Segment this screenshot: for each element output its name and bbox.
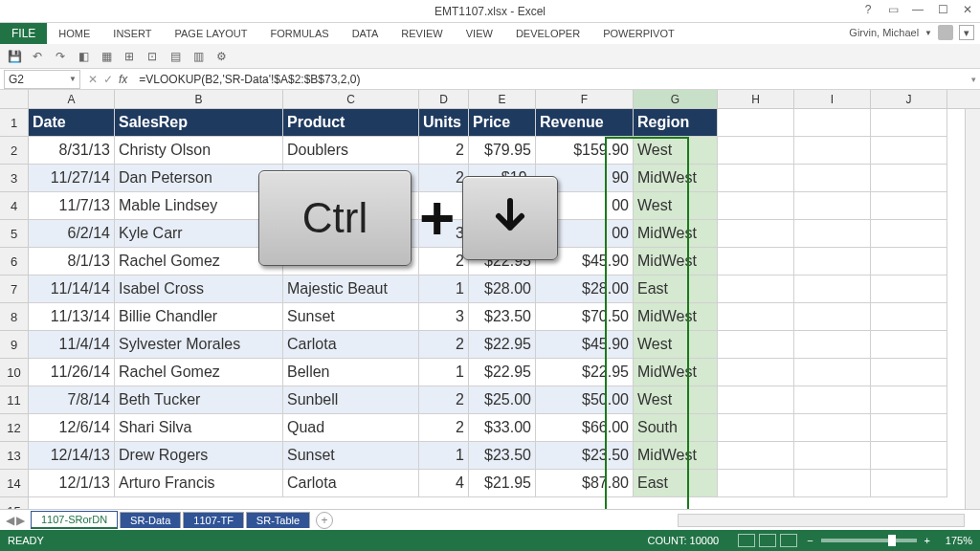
cell[interactable] bbox=[871, 386, 947, 414]
cell[interactable]: $159.90 bbox=[536, 137, 634, 165]
fx-icon[interactable]: fx bbox=[119, 73, 127, 86]
cell[interactable] bbox=[871, 470, 947, 497]
cell[interactable]: Bellen bbox=[283, 359, 419, 386]
cell[interactable]: $23.50 bbox=[536, 442, 634, 470]
chevron-down-icon[interactable]: ▼ bbox=[69, 75, 77, 83]
cell[interactable] bbox=[718, 414, 794, 442]
view-buttons[interactable] bbox=[738, 534, 797, 547]
cell[interactable] bbox=[871, 248, 947, 276]
cell[interactable]: $19. bbox=[469, 165, 536, 192]
cell[interactable]: West bbox=[634, 137, 718, 165]
tab-powerpivot[interactable]: POWERPIVOT bbox=[591, 23, 686, 44]
cell[interactable]: 2 bbox=[419, 386, 469, 414]
tab-file[interactable]: FILE bbox=[0, 23, 47, 44]
row-headers[interactable]: 1 2 3 4 5 6 7 8 9 10 11 12 13 14 15 bbox=[0, 109, 29, 530]
cell[interactable] bbox=[871, 303, 947, 331]
cell[interactable] bbox=[718, 192, 794, 220]
cell[interactable]: West bbox=[634, 331, 718, 359]
tab-data[interactable]: DATA bbox=[341, 23, 390, 44]
col-header-F[interactable]: F bbox=[536, 90, 634, 108]
row-header[interactable]: 1 bbox=[0, 109, 28, 137]
cell[interactable]: 11/26/14 bbox=[29, 359, 115, 386]
cell[interactable] bbox=[871, 165, 947, 192]
cell[interactable]: 11/13/14 bbox=[29, 303, 115, 331]
minimize-icon[interactable]: — bbox=[909, 2, 926, 17]
cell[interactable]: 2 bbox=[419, 248, 469, 276]
cell[interactable]: $50.00 bbox=[536, 386, 634, 414]
cell[interactable]: Sylvester Morales bbox=[115, 331, 283, 359]
row-header[interactable]: 9 bbox=[0, 331, 28, 359]
cell[interactable] bbox=[718, 386, 794, 414]
tab-developer[interactable]: DEVELOPER bbox=[504, 23, 591, 44]
cell[interactable] bbox=[718, 276, 794, 303]
cell[interactable]: Carlota bbox=[283, 248, 419, 276]
header-cell[interactable]: Revenue bbox=[536, 109, 634, 137]
row-header[interactable]: 14 bbox=[0, 470, 28, 497]
row-header[interactable]: 11 bbox=[0, 386, 28, 414]
save-icon[interactable]: 💾 bbox=[6, 48, 23, 65]
col-header-G[interactable]: G bbox=[634, 90, 718, 108]
cells-area[interactable]: DateSalesRepProductUnitsPriceRevenueRegi… bbox=[29, 109, 980, 530]
cell[interactable]: 4 bbox=[419, 470, 469, 497]
col-header-J[interactable]: J bbox=[871, 90, 947, 108]
cell[interactable]: 8/1/13 bbox=[29, 248, 115, 276]
cell[interactable] bbox=[871, 192, 947, 220]
cell[interactable] bbox=[794, 137, 871, 165]
cell[interactable]: Kyle Carr bbox=[115, 220, 283, 248]
cell[interactable] bbox=[718, 137, 794, 165]
cell[interactable] bbox=[718, 303, 794, 331]
cell[interactable] bbox=[871, 276, 947, 303]
cell[interactable]: 90 bbox=[536, 165, 634, 192]
cell[interactable]: 11/27/14 bbox=[29, 165, 115, 192]
redo-icon[interactable]: ↷ bbox=[52, 48, 69, 65]
row-header[interactable]: 3 bbox=[0, 165, 28, 192]
select-all-corner[interactable] bbox=[0, 90, 29, 109]
cell[interactable]: 11/7/13 bbox=[29, 192, 115, 220]
cell[interactable] bbox=[794, 386, 871, 414]
cell[interactable] bbox=[794, 331, 871, 359]
cell[interactable]: $23.50 bbox=[469, 303, 536, 331]
cell[interactable]: East bbox=[634, 470, 718, 497]
worksheet-grid[interactable]: A B C D E F G H I J 1 2 3 4 5 6 7 8 9 10… bbox=[0, 90, 980, 530]
header-cell[interactable]: Price bbox=[469, 109, 536, 137]
tab-formulas[interactable]: FORMULAS bbox=[259, 23, 341, 44]
cell[interactable]: 12/6/14 bbox=[29, 414, 115, 442]
cell[interactable] bbox=[718, 220, 794, 248]
vertical-scrollbar[interactable] bbox=[965, 109, 980, 530]
row-header[interactable]: 5 bbox=[0, 220, 28, 248]
sheet-nav[interactable]: ◀▶ bbox=[0, 514, 31, 527]
help-icon[interactable]: ? bbox=[859, 2, 877, 17]
col-header-H[interactable]: H bbox=[718, 90, 794, 108]
qat-icon[interactable]: ▥ bbox=[189, 48, 207, 65]
cell[interactable] bbox=[871, 414, 947, 442]
col-header-A[interactable]: A bbox=[29, 90, 115, 108]
cell[interactable] bbox=[871, 331, 947, 359]
cell[interactable]: Rachel Gomez bbox=[115, 248, 283, 276]
header-cell[interactable]: Product bbox=[283, 109, 419, 137]
row-header[interactable]: 13 bbox=[0, 442, 28, 470]
cell[interactable]: MidWest bbox=[634, 165, 718, 192]
qat-icon[interactable]: ▦ bbox=[98, 48, 115, 65]
cell[interactable]: 12/14/13 bbox=[29, 442, 115, 470]
cell[interactable]: $66.00 bbox=[536, 414, 634, 442]
header-cell[interactable] bbox=[718, 109, 794, 137]
cell[interactable]: Carlota bbox=[283, 470, 419, 497]
cell[interactable]: 1 bbox=[419, 442, 469, 470]
cell[interactable]: Quad bbox=[283, 414, 419, 442]
cell[interactable]: 3 bbox=[419, 303, 469, 331]
col-header-D[interactable]: D bbox=[419, 90, 469, 108]
row-header[interactable]: 7 bbox=[0, 276, 28, 303]
cell[interactable]: $33. bbox=[469, 220, 536, 248]
cell[interactable]: Sunset bbox=[283, 442, 419, 470]
cell[interactable] bbox=[794, 276, 871, 303]
cell[interactable]: 3 bbox=[419, 220, 469, 248]
cell[interactable]: $22.95 bbox=[469, 248, 536, 276]
cell[interactable]: Mable Lindsey bbox=[115, 192, 283, 220]
cell[interactable]: MidWest bbox=[634, 220, 718, 248]
expand-formula-icon[interactable]: ▾ bbox=[967, 75, 980, 84]
cell[interactable] bbox=[283, 165, 419, 192]
close-icon[interactable]: ✕ bbox=[959, 2, 976, 17]
sheet-tab[interactable]: 1107-TF bbox=[183, 512, 244, 528]
cell[interactable]: MidWest bbox=[634, 442, 718, 470]
cell[interactable]: 1 bbox=[419, 276, 469, 303]
